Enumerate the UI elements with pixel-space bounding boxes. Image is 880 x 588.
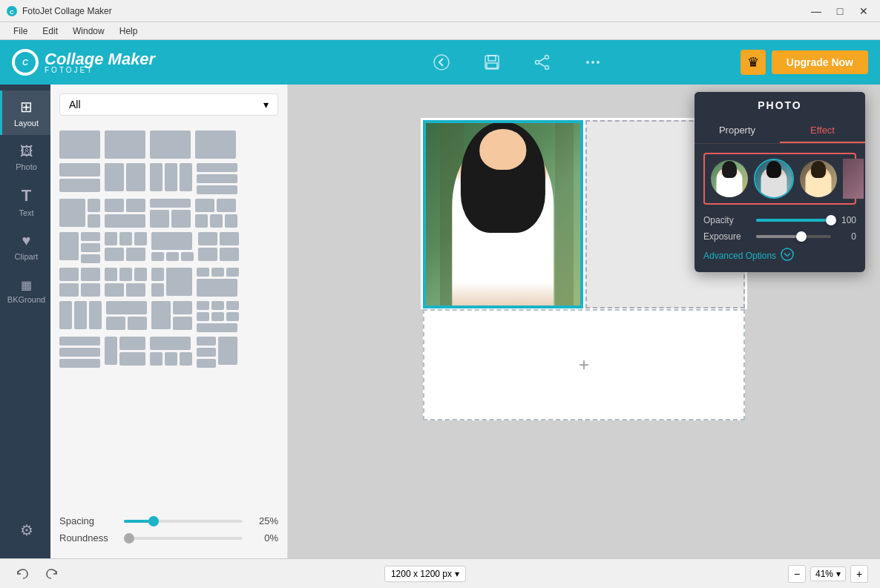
layout-thumb[interactable] (173, 317, 192, 330)
layout-thumb[interactable] (151, 268, 164, 281)
layout-thumb[interactable] (59, 337, 100, 346)
zoom-minus-button[interactable]: − (788, 565, 806, 583)
zoom-plus-button[interactable]: + (850, 565, 868, 583)
layout-thumb[interactable] (151, 301, 171, 329)
layout-thumb[interactable] (220, 248, 239, 261)
layout-thumb[interactable] (59, 232, 79, 260)
layout-thumb[interactable] (126, 248, 145, 261)
exposure-knob[interactable] (796, 231, 807, 242)
zoom-dropdown[interactable]: 41% ▾ (810, 566, 846, 581)
layout-thumb[interactable] (59, 163, 100, 176)
spacing-thumb[interactable] (148, 516, 159, 526)
layout-thumb[interactable] (126, 199, 145, 212)
layout-thumb[interactable] (105, 163, 124, 191)
layout-thumb[interactable] (119, 232, 132, 245)
layout-thumb[interactable] (128, 317, 147, 330)
layout-thumb[interactable] (119, 268, 132, 281)
layout-thumb[interactable] (150, 163, 162, 191)
layout-thumb[interactable] (59, 348, 100, 357)
layout-thumb[interactable] (119, 337, 145, 350)
layout-thumb[interactable] (59, 131, 100, 159)
menu-edit[interactable]: Edit (35, 24, 65, 38)
layout-thumb[interactable] (59, 283, 79, 297)
roundness-slider[interactable] (124, 537, 243, 540)
layout-thumb[interactable] (197, 279, 237, 297)
canvas-size-dropdown[interactable]: 1200 x 1200 px ▾ (384, 566, 466, 582)
layout-thumb[interactable] (119, 352, 145, 366)
save-button[interactable] (479, 49, 505, 76)
layout-thumb[interactable] (226, 268, 239, 277)
layout-thumb[interactable] (150, 199, 191, 208)
layout-thumb[interactable] (150, 131, 191, 159)
layout-thumb[interactable] (134, 268, 147, 281)
opacity-slider[interactable] (756, 219, 831, 222)
layout-thumb[interactable] (226, 301, 239, 310)
effect-thumb-2[interactable] (754, 159, 794, 199)
share-button[interactable] (529, 49, 556, 76)
layout-thumb[interactable] (106, 301, 147, 314)
layout-thumb[interactable] (198, 232, 217, 245)
more-button[interactable] (579, 49, 606, 76)
menu-file[interactable]: File (6, 24, 35, 38)
layout-thumb[interactable] (195, 214, 208, 228)
sidebar-item-photo[interactable]: 🖼 Photo (0, 135, 50, 179)
redo-button[interactable] (42, 564, 62, 584)
sidebar-item-bkground[interactable]: ▦ BKGround (0, 268, 50, 313)
layout-thumb[interactable] (81, 232, 100, 241)
layout-thumb[interactable] (173, 301, 192, 314)
exposure-slider[interactable] (756, 235, 831, 238)
layout-thumb[interactable] (181, 252, 194, 261)
back-button[interactable] (428, 49, 455, 76)
layout-thumb[interactable] (105, 248, 124, 261)
menu-window[interactable]: Window (65, 24, 112, 38)
layout-thumb[interactable] (89, 301, 102, 329)
layout-thumb[interactable] (165, 352, 177, 366)
tab-property[interactable]: Property (695, 119, 780, 143)
sidebar-item-settings[interactable]: ⚙ (0, 508, 50, 552)
layout-thumb[interactable] (197, 359, 216, 368)
layout-thumb[interactable] (218, 337, 237, 365)
roundness-thumb[interactable] (124, 533, 134, 544)
layout-thumb[interactable] (106, 317, 125, 330)
layout-thumb[interactable] (211, 301, 224, 310)
effect-thumb-3[interactable] (798, 159, 838, 199)
layout-thumb[interactable] (197, 348, 216, 357)
effect-thumb-partial[interactable] (843, 159, 864, 199)
layout-thumb[interactable] (126, 163, 145, 191)
layout-thumb[interactable] (220, 232, 239, 245)
maximize-button[interactable]: □ (830, 3, 850, 19)
layout-thumb[interactable] (81, 283, 100, 297)
layout-thumb[interactable] (134, 232, 147, 245)
layout-thumb[interactable] (165, 163, 177, 191)
layout-thumb[interactable] (105, 131, 145, 159)
layout-thumb[interactable] (217, 199, 236, 212)
layout-thumb[interactable] (211, 268, 224, 277)
sidebar-item-layout[interactable]: ⊞ Layout (0, 90, 50, 135)
undo-button[interactable] (12, 564, 33, 584)
layout-thumb[interactable] (166, 252, 179, 261)
layout-thumb[interactable] (150, 337, 191, 350)
layout-thumb[interactable] (150, 210, 169, 228)
layout-thumb[interactable] (197, 323, 237, 332)
layout-thumb[interactable] (197, 185, 237, 194)
layout-dropdown[interactable]: All ▾ (59, 93, 278, 116)
layout-thumb[interactable] (225, 214, 237, 228)
photo-cell-1[interactable] (423, 120, 583, 309)
layout-thumb[interactable] (81, 254, 100, 263)
layout-thumb[interactable] (105, 214, 145, 228)
layout-thumb[interactable] (59, 199, 85, 227)
layout-thumb[interactable] (151, 283, 164, 297)
canvas-bottom-row[interactable]: + (423, 309, 745, 420)
layout-thumb[interactable] (197, 337, 216, 346)
layout-thumb[interactable] (197, 268, 209, 277)
layout-thumb[interactable] (59, 179, 100, 192)
layout-thumb[interactable] (59, 268, 79, 281)
layout-thumb[interactable] (151, 252, 164, 261)
layout-thumb[interactable] (195, 199, 214, 212)
close-button[interactable]: ✕ (853, 3, 874, 19)
layout-thumb[interactable] (81, 243, 100, 252)
advanced-options[interactable]: Advanced Options (703, 248, 856, 263)
layout-thumb[interactable] (126, 283, 145, 297)
layout-thumb[interactable] (88, 214, 100, 228)
opacity-knob[interactable] (826, 215, 836, 225)
